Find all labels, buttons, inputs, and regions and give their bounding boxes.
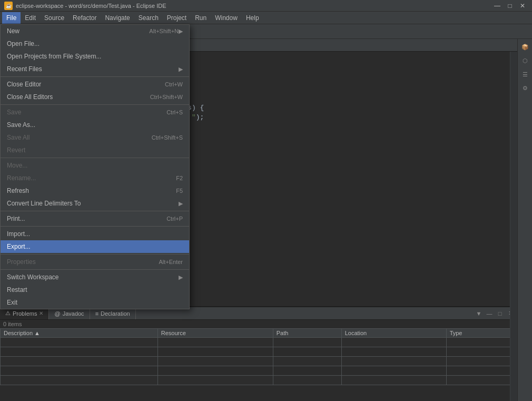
menu-navigate[interactable]: Navigate: [101, 12, 134, 24]
javadoc-label: Javadoc: [63, 310, 84, 317]
menu-row-label: Move...: [7, 162, 183, 169]
menu-row-close-editor[interactable]: Close EditorCtrl+W: [1, 78, 189, 91]
col-resource: Resource: [157, 329, 273, 338]
problems-label: Problems: [13, 310, 37, 317]
menu-row-label: Close All Editors: [7, 93, 150, 101]
col-type: Type: [446, 329, 517, 338]
problems-table: Description ▲ Resource Path Location Typ…: [0, 328, 517, 385]
menu-row-shortcut: Alt+Enter: [159, 259, 183, 265]
title-text: eclipse-workspace - word/src/demo/Test.j…: [16, 3, 492, 9]
menu-row-revert: Revert: [1, 144, 189, 157]
menu-row-label: Close Editor: [7, 81, 165, 88]
menu-row-close-all-editors[interactable]: Close All EditorsCtrl+Shift+W: [1, 91, 189, 103]
menu-row-restart[interactable]: Restart: [1, 283, 189, 296]
menu-search[interactable]: Search: [134, 12, 163, 24]
panel-collapse[interactable]: —: [485, 309, 494, 318]
declaration-icon: ≡: [95, 310, 98, 317]
menu-separator: [1, 211, 189, 211]
menu-bar: File Edit Source Refactor Navigate Searc…: [0, 12, 532, 24]
menu-row-open-projects-from-file-system---[interactable]: Open Projects from File System...: [1, 50, 189, 63]
table-row: [1, 376, 517, 385]
menu-row-arrow: ▶: [179, 200, 183, 207]
menu-row-label: Refresh: [7, 187, 176, 194]
menu-row-label: Print...: [7, 215, 166, 222]
menu-row-label: Recent Files: [7, 65, 179, 73]
problems-close[interactable]: ✕: [39, 310, 43, 316]
menu-edit[interactable]: Edit: [21, 12, 40, 24]
menu-row-label: Revert: [7, 146, 183, 154]
sidebar-btn-3[interactable]: ☰: [519, 69, 531, 80]
menu-row-arrow: ▶: [179, 66, 183, 73]
menu-row-switch-workspace[interactable]: Switch Workspace▶: [1, 271, 189, 283]
menu-row-label: Save All: [7, 134, 152, 141]
menu-row-label: Open File...: [7, 40, 183, 47]
sidebar-btn-4[interactable]: ⚙: [519, 82, 531, 94]
bottom-panel: ⚠ Problems ✕ @ Javadoc ≡ Declaration ▼: [0, 306, 517, 401]
menu-row-convert-line-delimiters-to[interactable]: Convert Line Delimiters To▶: [1, 197, 189, 210]
editor-minimap: [510, 52, 517, 401]
title-bar: ☕ eclipse-workspace - word/src/demo/Test…: [0, 0, 532, 12]
sidebar-btn-2[interactable]: ⬡: [519, 55, 531, 66]
sidebar-btn-1[interactable]: 📦: [519, 41, 531, 53]
menu-row-label: New: [7, 27, 149, 35]
menu-row-shortcut: Ctrl+S: [166, 109, 183, 115]
menu-row-label: Export...: [7, 243, 183, 250]
panel-filter[interactable]: ▼: [474, 309, 484, 318]
menu-row-import---[interactable]: Import...: [1, 228, 189, 240]
menu-row-label: Import...: [7, 230, 183, 238]
menu-row-print---[interactable]: Print...Ctrl+P: [1, 212, 189, 225]
menu-row-label: Properties: [7, 258, 159, 266]
col-path: Path: [273, 329, 341, 338]
menu-row-save-as---[interactable]: Save As...: [1, 119, 189, 131]
menu-row-shortcut: Ctrl+P: [166, 216, 183, 222]
menu-run[interactable]: Run: [191, 12, 211, 24]
menu-row-label: Exit: [7, 299, 183, 306]
right-sidebar: 📦 ⬡ ☰ ⚙: [517, 39, 532, 401]
menu-file[interactable]: File: [2, 12, 21, 24]
menu-row-move---: Move...: [1, 159, 189, 172]
menu-row-shortcut: F5: [176, 188, 183, 194]
menu-row-arrow: ▶: [179, 28, 183, 35]
panel-maximize[interactable]: □: [495, 309, 505, 318]
menu-project[interactable]: Project: [163, 12, 191, 24]
declaration-label: Declaration: [101, 310, 130, 317]
menu-row-label: Switch Workspace: [7, 273, 179, 281]
menu-separator: [1, 104, 189, 105]
menu-row-arrow: ▶: [179, 274, 183, 281]
menu-row-refresh[interactable]: RefreshF5: [1, 184, 189, 197]
menu-window[interactable]: Window: [211, 12, 242, 24]
menu-refactor[interactable]: Refactor: [68, 12, 101, 24]
menu-row-label: Rename...: [7, 174, 176, 182]
menu-row-save: SaveCtrl+S: [1, 106, 189, 119]
menu-separator: [1, 269, 189, 270]
minimize-button[interactable]: —: [492, 2, 503, 9]
menu-separator: [1, 158, 189, 158]
menu-help[interactable]: Help: [242, 12, 263, 24]
menu-row-exit[interactable]: Exit: [1, 296, 189, 309]
menu-separator: [1, 76, 189, 77]
menu-row-label: Restart: [7, 286, 183, 294]
menu-row-label: Convert Line Delimiters To: [7, 200, 179, 207]
menu-row-label: Save As...: [7, 121, 183, 129]
maximize-button[interactable]: □: [505, 2, 515, 9]
menu-row-label: Save: [7, 109, 166, 116]
menu-row-label: Open Projects from File System...: [7, 53, 183, 60]
menu-row-open-file---[interactable]: Open File...: [1, 37, 189, 50]
col-location: Location: [341, 329, 446, 338]
menu-row-shortcut: Ctrl+W: [165, 81, 183, 87]
window-controls: — □ ✕: [492, 2, 528, 9]
javadoc-icon: @: [54, 310, 60, 317]
menu-row-shortcut: Alt+Shift+N: [149, 28, 179, 34]
menu-row-export---[interactable]: Export...: [1, 240, 189, 253]
col-description: Description ▲: [1, 329, 158, 338]
menu-row-properties: PropertiesAlt+Enter: [1, 256, 189, 268]
menu-row-new[interactable]: NewAlt+Shift+N▶: [1, 25, 189, 37]
menu-separator: [1, 254, 189, 255]
menu-source[interactable]: Source: [40, 12, 68, 24]
close-button[interactable]: ✕: [517, 2, 528, 9]
menu-row-shortcut: Ctrl+Shift+S: [152, 134, 183, 141]
menu-row-save-all: Save AllCtrl+Shift+S: [1, 131, 189, 144]
menu-separator: [1, 226, 189, 227]
table-row: [1, 366, 517, 376]
menu-row-recent-files[interactable]: Recent Files▶: [1, 63, 189, 75]
